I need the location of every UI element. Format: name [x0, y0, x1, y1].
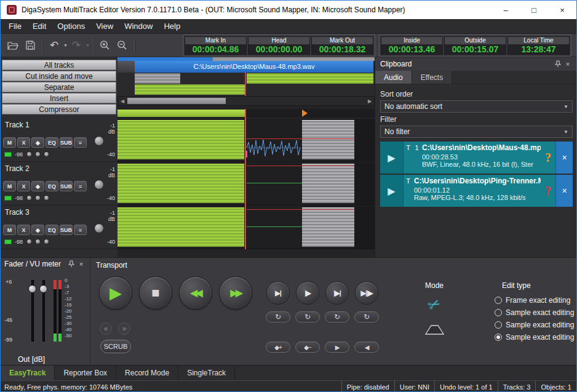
delete-marker-button[interactable]: ◆−	[295, 342, 320, 353]
scroll-right-arrow[interactable]: ▶	[365, 97, 374, 105]
tab-record-mode[interactable]: Record Mode	[116, 366, 178, 380]
separate-button[interactable]: Separate	[2, 82, 116, 92]
menu-options[interactable]: Options	[52, 19, 90, 33]
solo-button[interactable]: X	[17, 181, 30, 191]
track-1-lane[interactable]	[117, 119, 375, 162]
step-forward-button[interactable]: ▶	[325, 342, 349, 353]
mute-button[interactable]: M	[3, 225, 16, 235]
all-tracks-button[interactable]: All tracks	[2, 60, 116, 70]
audio-object-gray[interactable]	[302, 120, 354, 159]
play-selection-button[interactable]: |▶|	[325, 281, 349, 305]
playhead-marker[interactable]	[302, 110, 308, 117]
compressor-button[interactable]: Compressor	[2, 104, 116, 114]
gain-knob[interactable]	[94, 180, 104, 190]
menu-window[interactable]: Window	[119, 19, 158, 33]
menu-file[interactable]: File	[3, 19, 27, 33]
menu-view[interactable]: View	[90, 19, 119, 33]
small-knob[interactable]	[35, 195, 41, 201]
fader-knob-right[interactable]	[39, 285, 47, 293]
small-knob[interactable]	[35, 239, 41, 244]
zoom-in-icon[interactable]	[97, 37, 114, 54]
tab-easytrack[interactable]: EasyTrack	[1, 366, 55, 380]
edit-type-option-1[interactable]: Frame exact editing	[495, 296, 570, 305]
zoom-out-icon[interactable]	[114, 37, 131, 54]
filter-dropdown[interactable]: No filter ▼	[380, 126, 573, 138]
horizontal-scrollbar[interactable]: ◀ ▶	[117, 96, 375, 106]
clipboard-entry[interactable]: ▶ T 1 C:\Users\nin\Desktop\Maus-48.mp 00…	[380, 142, 573, 174]
small-knob[interactable]	[44, 151, 49, 157]
audio-object-green[interactable]	[117, 164, 244, 203]
radio-icon[interactable]	[495, 321, 502, 329]
small-knob[interactable]	[26, 195, 32, 201]
pin-icon[interactable]	[66, 260, 76, 268]
radio-icon[interactable]	[495, 297, 502, 304]
small-knob[interactable]	[26, 239, 32, 244]
tab-singletrack[interactable]: SingleTrack	[178, 366, 235, 380]
audio-object-green[interactable]	[117, 120, 244, 159]
audio-object-gray[interactable]	[302, 164, 354, 203]
track-menu-button[interactable]: ≡	[74, 225, 87, 235]
edit-type-option-2[interactable]: Sample exact editing at	[495, 308, 577, 317]
overview-file-title[interactable]: C:\Users\nin\Desktop\Maus-48.mp3.wav	[135, 61, 373, 73]
sort-order-dropdown[interactable]: No automatic sort ▼	[380, 100, 573, 113]
scroll-left-arrow[interactable]: ◀	[118, 97, 127, 105]
loop-button[interactable]: ↻	[295, 311, 320, 322]
edit-type-option-3[interactable]: Sample exact editing us	[495, 321, 577, 329]
pan-button[interactable]: ◆	[31, 137, 44, 148]
overview-waveform[interactable]	[117, 73, 375, 96]
fast-forward-button[interactable]: ▶▶	[219, 276, 252, 310]
audio-object-gray[interactable]	[302, 207, 354, 247]
pan-button[interactable]: ◆	[31, 181, 44, 191]
scrub-button[interactable]: SCRUB	[100, 340, 131, 353]
track-3-lane[interactable]	[117, 206, 375, 249]
undo-icon[interactable]: ↶	[46, 37, 63, 54]
gain-knob[interactable]	[94, 223, 104, 233]
track-menu-button[interactable]: ≡	[74, 181, 87, 191]
radio-icon-selected[interactable]	[495, 334, 502, 341]
play-to-cursor-button[interactable]: ▶|	[266, 281, 290, 305]
pin-icon[interactable]	[553, 60, 563, 68]
fader-knob-left[interactable]	[28, 285, 36, 293]
sub-button[interactable]: SUB	[60, 181, 73, 191]
open-folder-icon[interactable]	[4, 37, 22, 54]
redo-icon[interactable]: ↷	[68, 37, 85, 54]
tab-reporter-box[interactable]: Reporter Box	[55, 366, 116, 380]
close-panel-icon[interactable]: ×	[76, 260, 86, 268]
sub-button[interactable]: SUB	[60, 137, 73, 148]
tab-effects[interactable]: Effects	[412, 71, 452, 84]
sub-button[interactable]: SUB	[60, 225, 73, 235]
eq-button[interactable]: EQ	[46, 181, 58, 191]
entry-delete-button[interactable]: ×	[555, 142, 573, 174]
scissors-mode-icon[interactable]: ✂	[425, 294, 444, 315]
menu-help[interactable]: Help	[158, 19, 186, 33]
close-panel-icon[interactable]: ×	[563, 60, 573, 68]
pan-button[interactable]: ◆	[31, 225, 44, 235]
tab-audio[interactable]: Audio	[375, 71, 412, 84]
entry-delete-button[interactable]: ×	[555, 175, 573, 207]
fade-mode-icon[interactable]	[425, 323, 445, 338]
previous-button[interactable]: «	[100, 322, 112, 335]
insert-button[interactable]: Insert	[2, 93, 116, 103]
menu-edit[interactable]: Edit	[27, 19, 52, 33]
undo-dropdown-caret[interactable]: ▼	[63, 43, 68, 47]
loop-button[interactable]: ↻	[325, 311, 349, 322]
entry-play-button[interactable]: ▶	[380, 175, 404, 207]
cut-inside-move-button[interactable]: Cut inside and move	[2, 71, 116, 81]
track-2-lane[interactable]	[117, 162, 375, 206]
audio-object-green[interactable]	[117, 207, 244, 247]
mute-button[interactable]: M	[3, 181, 16, 191]
stop-button[interactable]: ■	[139, 276, 172, 310]
gain-knob[interactable]	[94, 136, 104, 146]
solo-button[interactable]: X	[17, 137, 30, 148]
close-button[interactable]: ×	[548, 1, 576, 19]
maximize-button[interactable]: □	[520, 1, 548, 19]
radio-icon[interactable]	[495, 309, 502, 316]
solo-button[interactable]: X	[17, 225, 30, 235]
clipboard-entry[interactable]: ▶ T C:\Users\nin\Desktop\Ping-Trenner.M …	[380, 175, 573, 207]
edit-type-option-4[interactable]: Sample exact editing us	[495, 333, 577, 342]
mute-button[interactable]: M	[3, 137, 16, 148]
loop-button[interactable]: ↻	[266, 311, 290, 322]
step-back-button[interactable]: ◀	[354, 342, 379, 353]
minimize-button[interactable]: –	[491, 1, 520, 19]
eq-button[interactable]: EQ	[46, 225, 58, 235]
